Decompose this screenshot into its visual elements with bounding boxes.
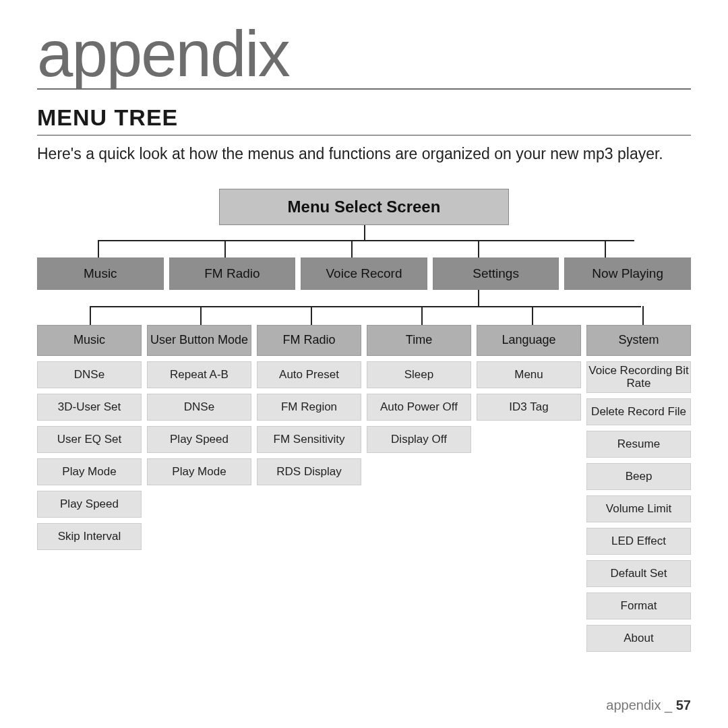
menu-leaf: 3D-User Set	[37, 394, 142, 421]
page-title: appendix	[37, 20, 691, 90]
menu-leaf: Play Speed	[37, 491, 142, 518]
menu-leaf: Play Speed	[147, 426, 251, 453]
level1-item: Voice Record	[301, 257, 427, 290]
column: FM RadioAuto PresetFM RegionFM Sensitivi…	[257, 325, 361, 652]
column-header: System	[586, 325, 691, 356]
menu-leaf: Delete Record File	[586, 398, 691, 425]
menu-leaf: Resume	[586, 431, 691, 458]
menu-leaf: Sleep	[367, 361, 471, 388]
menu-leaf: User EQ Set	[37, 426, 142, 453]
column: TimeSleepAuto Power OffDisplay Off	[367, 325, 471, 652]
menu-leaf: LED Effect	[586, 528, 691, 555]
menu-leaf: FM Region	[257, 394, 361, 421]
menu-leaf: RDS Display	[257, 458, 361, 485]
menu-leaf: Auto Power Off	[367, 394, 471, 421]
connector-row-2	[37, 290, 691, 325]
menu-leaf: DNSe	[37, 361, 142, 388]
footer-label: appendix _	[606, 698, 675, 712]
intro-text: Here's a quick look at how the menus and…	[37, 144, 691, 164]
footer-page-number: 57	[676, 698, 691, 712]
menu-leaf: Menu	[477, 361, 581, 388]
menu-leaf: FM Sensitivity	[257, 426, 361, 453]
menu-leaf: DNSe	[147, 394, 251, 421]
menu-leaf: Auto Preset	[257, 361, 361, 388]
level1-item: Settings	[433, 257, 559, 290]
level1-item: Music	[37, 257, 164, 290]
column-header: FM Radio	[257, 325, 361, 356]
tree-root: Menu Select Screen	[219, 189, 509, 225]
menu-leaf: Format	[586, 593, 691, 619]
menu-leaf: Play Mode	[147, 458, 251, 485]
menu-leaf: About	[586, 625, 691, 652]
menu-leaf: Voice Recording Bit Rate	[586, 361, 691, 393]
level1-row: Music FM Radio Voice Record Settings Now…	[37, 257, 691, 290]
column-header: Music	[37, 325, 142, 356]
level1-item: Now Playing	[564, 257, 691, 290]
menu-tree: Menu Select Screen Music FM Radio Voice …	[37, 189, 691, 652]
level1-item: FM Radio	[169, 257, 296, 290]
column: MusicDNSe3D-User SetUser EQ SetPlay Mode…	[37, 325, 142, 652]
section-heading: MENU TREE	[37, 104, 691, 135]
menu-leaf: ID3 Tag	[477, 394, 581, 421]
column-header: Language	[477, 325, 581, 356]
menu-leaf: Play Mode	[37, 458, 142, 485]
column: LanguageMenuID3 Tag	[477, 325, 581, 652]
menu-leaf: Volume Limit	[586, 495, 691, 522]
page-footer: appendix _ 57	[606, 698, 691, 713]
column-header: Time	[367, 325, 471, 356]
column: User Button ModeRepeat A-BDNSePlay Speed…	[147, 325, 251, 652]
connector-row-1	[37, 225, 691, 257]
menu-leaf: Beep	[586, 463, 691, 490]
menu-leaf: Default Set	[586, 560, 691, 587]
columns-grid: MusicDNSe3D-User SetUser EQ SetPlay Mode…	[37, 325, 691, 652]
column: SystemVoice Recording Bit RateDelete Rec…	[586, 325, 691, 652]
column-header: User Button Mode	[147, 325, 251, 356]
menu-leaf: Display Off	[367, 426, 471, 453]
menu-leaf: Skip Interval	[37, 523, 142, 550]
menu-leaf: Repeat A-B	[147, 361, 251, 388]
